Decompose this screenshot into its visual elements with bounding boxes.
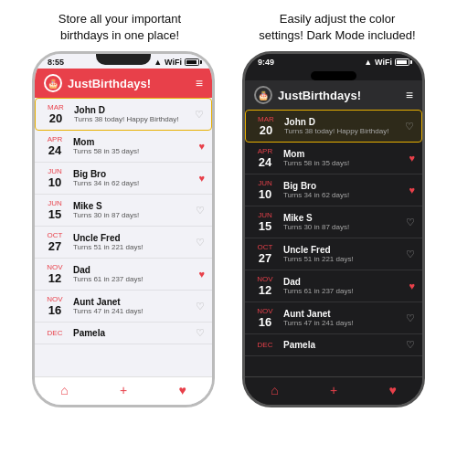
dark-tab-heart[interactable]: ♥ — [389, 383, 397, 397]
dark-heart-4[interactable]: ♡ — [406, 249, 415, 260]
light-heart-5[interactable]: ♥ — [198, 269, 205, 280]
dark-date-7: Dec — [252, 341, 278, 349]
dark-heart-2[interactable]: ♥ — [409, 185, 415, 196]
dark-phone-wrapper: 9:49 ▲ WiFi 🎂 JustBirthdays! ≡ Mar — [228, 51, 439, 469]
light-heart-3[interactable]: ♡ — [196, 205, 205, 217]
dark-bday-3: Jun 15 Mike S Turns 30 in 87 days! ♡ — [245, 206, 422, 238]
dark-heart-3[interactable]: ♡ — [406, 217, 415, 228]
light-birthday-list: Mar 20 John D Turns 38 today! Happy Birt… — [35, 98, 212, 376]
left-caption: Store all your importantbirthdays in one… — [15, 11, 225, 44]
dark-app-header: 🎂 JustBirthdays! ≡ — [245, 80, 422, 110]
light-bday-3: Jun 15 Mike S Turns 30 in 87 days! ♡ — [35, 195, 212, 227]
dark-date-1: Apr 24 — [252, 147, 278, 169]
light-info-5: Dad Turns 61 in 237 days! — [73, 265, 193, 283]
light-date-7: Dec — [42, 329, 68, 337]
phones-row: 8:55 ▲ WiFi 🎂 JustBirthdays! ≡ Mar 20 — [0, 51, 457, 476]
dark-date-5: Nov 12 — [252, 275, 278, 297]
dark-info-1: Mom Turns 58 in 35 days! — [283, 149, 403, 167]
light-date-5: Nov 12 — [42, 263, 68, 285]
signal-icon: ▲ — [154, 58, 162, 67]
light-app-title: JustBirthdays! — [68, 77, 190, 90]
light-bday-4: Oct 27 Uncle Fred Turns 51 in 221 days! … — [35, 227, 212, 259]
dark-date-3: Jun 15 — [252, 211, 278, 233]
light-app-icon: 🎂 — [44, 74, 62, 92]
dark-birthday-list: Mar 20 John D Turns 38 today! Happy Birt… — [245, 110, 422, 376]
dark-heart-6[interactable]: ♡ — [406, 312, 415, 324]
light-date-4: Oct 27 — [42, 231, 68, 253]
dynamic-island — [311, 71, 356, 80]
dark-bday-2: Jun 10 Big Bro Turns 34 in 62 days! ♥ — [245, 175, 422, 206]
light-date-6: Nov 16 — [42, 295, 68, 317]
battery-icon — [185, 58, 199, 66]
light-date-2: Jun 10 — [42, 167, 68, 189]
dark-info-5: Dad Turns 61 in 237 days! — [283, 277, 403, 295]
light-tab-home[interactable]: ⌂ — [60, 383, 68, 397]
dark-battery-icon — [395, 58, 409, 66]
light-time: 8:55 — [48, 58, 64, 67]
light-bday-1: Apr 24 Mom Turns 58 in 35 days! ♥ — [35, 131, 212, 163]
light-heart-6[interactable]: ♡ — [196, 301, 205, 312]
dark-bday-4: Oct 27 Uncle Fred Turns 51 in 221 days! … — [245, 238, 422, 270]
dark-bday-0: Mar 20 John D Turns 38 today! Happy Birt… — [245, 110, 422, 143]
dark-tab-home[interactable]: ⌂ — [271, 383, 278, 397]
light-info-0: John D Turns 38 today! Happy Birthday! — [74, 105, 189, 123]
light-bday-7: Dec Pamela ♡ — [35, 323, 212, 344]
dark-date-4: Oct 27 — [252, 243, 278, 265]
light-heart-2[interactable]: ♥ — [198, 173, 205, 184]
dark-heart-7[interactable]: ♡ — [406, 339, 415, 351]
dark-info-2: Big Bro Turns 34 in 62 days! — [283, 181, 403, 199]
dark-menu-icon[interactable]: ≡ — [406, 88, 413, 102]
dark-status-right: ▲ WiFi — [364, 58, 409, 67]
light-app-header: 🎂 JustBirthdays! ≡ — [35, 69, 212, 98]
light-info-7: Pamela — [73, 328, 190, 338]
dark-bday-1: Apr 24 Mom Turns 58 in 35 days! ♥ — [245, 143, 422, 175]
light-bday-0: Mar 20 John D Turns 38 today! Happy Birt… — [35, 98, 212, 131]
dark-date-0: Mar 20 — [253, 115, 279, 137]
light-phone: 8:55 ▲ WiFi 🎂 JustBirthdays! ≡ Mar 20 — [32, 51, 215, 407]
dark-info-6: Aunt Janet Turns 47 in 241 days! — [283, 309, 400, 327]
dark-app-icon: 🎂 — [254, 86, 272, 104]
dark-heart-5[interactable]: ♥ — [409, 280, 415, 291]
light-bday-5: Nov 12 Dad Turns 61 in 237 days! ♥ — [35, 259, 212, 291]
light-heart-1[interactable]: ♥ — [198, 141, 205, 152]
light-heart-4[interactable]: ♡ — [196, 237, 205, 249]
light-tab-heart[interactable]: ♥ — [179, 383, 186, 397]
light-tab-add[interactable]: + — [120, 383, 127, 397]
light-date-3: Jun 15 — [42, 199, 68, 221]
light-info-4: Uncle Fred Turns 51 in 221 days! — [73, 233, 190, 251]
dark-heart-0[interactable]: ♡ — [405, 121, 414, 132]
light-info-1: Mom Turns 58 in 35 days! — [73, 137, 193, 155]
light-tab-bar: ⌂ + ♥ — [35, 376, 212, 405]
dark-status-bar: 9:49 ▲ WiFi — [245, 54, 422, 69]
light-bday-2: Jun 10 Big Bro Turns 34 in 62 days! ♥ — [35, 163, 212, 195]
dark-heart-1[interactable]: ♥ — [409, 153, 415, 164]
wifi-icon: WiFi — [165, 58, 182, 67]
light-info-3: Mike S Turns 30 in 87 days! — [73, 201, 190, 219]
dark-info-7: Pamela — [283, 340, 400, 350]
dark-app-title: JustBirthdays! — [278, 89, 400, 102]
notch — [96, 54, 151, 65]
light-heart-7[interactable]: ♡ — [196, 327, 205, 339]
dark-date-2: Jun 10 — [252, 179, 278, 201]
light-info-2: Big Bro Turns 34 in 62 days! — [73, 169, 193, 187]
light-date-1: Apr 24 — [42, 135, 68, 157]
light-date-0: Mar 20 — [43, 103, 69, 125]
dark-bday-6: Nov 16 Aunt Janet Turns 47 in 241 days! … — [245, 302, 422, 334]
dark-info-3: Mike S Turns 30 in 87 days! — [283, 213, 400, 231]
light-info-6: Aunt Janet Turns 47 in 241 days! — [73, 297, 190, 315]
light-menu-icon[interactable]: ≡ — [196, 76, 203, 90]
dark-date-6: Nov 16 — [252, 307, 278, 329]
dark-signal-icon: ▲ — [364, 58, 372, 67]
light-bday-6: Nov 16 Aunt Janet Turns 47 in 241 days! … — [35, 291, 212, 323]
dark-tab-bar: ⌂ + ♥ — [245, 376, 422, 405]
light-heart-0[interactable]: ♡ — [195, 109, 204, 121]
dark-wifi-icon: WiFi — [375, 58, 392, 67]
right-caption: Easily adjust the colorsettings! Dark Mo… — [232, 11, 442, 44]
dark-bday-5: Nov 12 Dad Turns 61 in 237 days! ♥ — [245, 270, 422, 302]
dark-info-0: John D Turns 38 today! Happy Birthday! — [284, 117, 399, 135]
top-section: Store all your importantbirthdays in one… — [0, 0, 457, 51]
light-status-right: ▲ WiFi — [154, 58, 199, 67]
dark-bday-7: Dec Pamela ♡ — [245, 334, 422, 356]
dark-time: 9:49 — [258, 58, 274, 67]
dark-tab-add[interactable]: + — [330, 383, 337, 397]
